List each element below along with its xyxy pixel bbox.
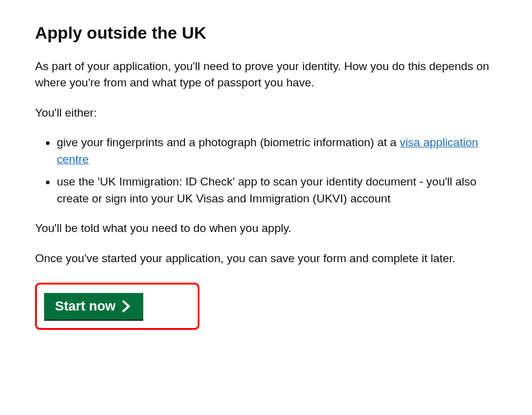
intro-paragraph: As part of your application, you'll need… bbox=[35, 58, 497, 91]
section-heading: Apply outside the UK bbox=[35, 23, 497, 43]
chevron-right-icon bbox=[122, 300, 132, 313]
list-item: use the 'UK Immigration: ID Check' app t… bbox=[57, 173, 497, 207]
bullet-text: give your fingerprints and a photograph … bbox=[57, 136, 400, 149]
list-item: give your fingerprints and a photograph … bbox=[57, 134, 497, 167]
identity-options-list: give your fingerprints and a photograph … bbox=[35, 134, 497, 207]
start-button-label: Start now bbox=[55, 300, 115, 313]
either-lead: You'll either: bbox=[35, 105, 497, 121]
save-paragraph: Once you've started your application, yo… bbox=[35, 250, 497, 267]
start-now-button[interactable]: Start now bbox=[44, 293, 143, 320]
highlight-annotation: Start now bbox=[35, 283, 199, 330]
told-paragraph: You'll be told what you need to do when … bbox=[35, 220, 497, 237]
